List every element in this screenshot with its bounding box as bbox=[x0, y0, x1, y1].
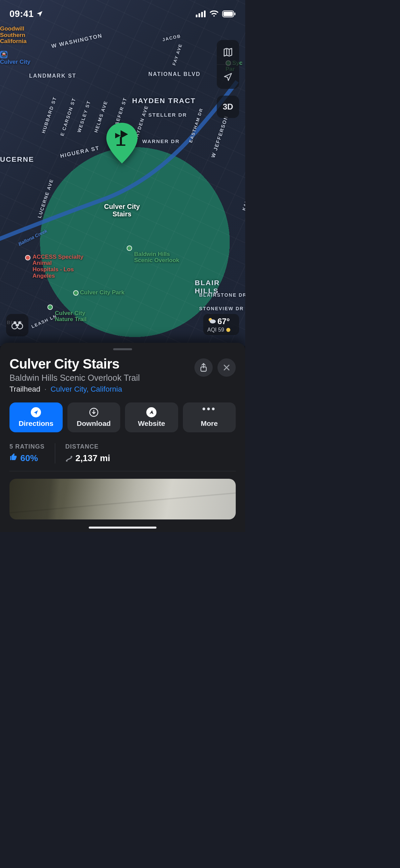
road-blairstone: BLAIRSTONE DR bbox=[199, 292, 245, 298]
binoculars-icon bbox=[12, 321, 23, 330]
svg-rect-12 bbox=[14, 321, 16, 324]
status-bar: 09:41 bbox=[0, 0, 245, 24]
road-warner-dr: WARNER DR bbox=[142, 138, 180, 144]
place-photo[interactable] bbox=[9, 479, 236, 519]
area-lucerne: UCERNE bbox=[0, 155, 34, 163]
location-services-icon bbox=[36, 10, 43, 18]
cellular-signal-icon bbox=[196, 11, 206, 17]
poi-baldwin-hills[interactable]: Baldwin Hills Scenic Overlook bbox=[134, 245, 179, 264]
toggle-3d-button[interactable]: 3D bbox=[217, 96, 239, 118]
aqi-indicator-dot bbox=[226, 328, 230, 332]
svg-rect-5 bbox=[224, 12, 233, 16]
weather-temp: 67° bbox=[217, 317, 230, 326]
weather-chip[interactable]: 67° AQI 59 bbox=[203, 314, 239, 335]
look-around-button[interactable] bbox=[6, 314, 28, 336]
svg-point-19 bbox=[70, 456, 72, 457]
road-stoneview: STONEVIEW DR bbox=[199, 306, 244, 311]
weather-aqi: AQI 59 bbox=[207, 327, 224, 333]
ratings-value: 60% bbox=[20, 453, 38, 463]
directions-icon bbox=[31, 407, 41, 417]
road-national-blvd: NATIONAL BLVD bbox=[148, 71, 201, 77]
stats-row: 5 RATINGS 60% DISTANCE 2,137 mi bbox=[9, 443, 236, 471]
thumbs-up-icon bbox=[9, 453, 18, 463]
directions-button[interactable]: Directions bbox=[9, 402, 63, 432]
battery-icon bbox=[222, 11, 236, 17]
svg-rect-2 bbox=[201, 12, 203, 17]
distance-value: 2,137 mi bbox=[76, 453, 110, 463]
svg-point-18 bbox=[66, 460, 67, 461]
route-icon bbox=[65, 455, 73, 462]
website-label: Website bbox=[138, 419, 165, 428]
more-icon: ••• bbox=[202, 407, 216, 417]
road-steller-dr: STELLER DR bbox=[148, 112, 187, 118]
svg-rect-8 bbox=[117, 144, 125, 146]
close-icon bbox=[223, 364, 230, 371]
svg-rect-13 bbox=[18, 321, 21, 324]
website-button[interactable]: Website bbox=[125, 402, 178, 432]
more-button[interactable]: ••• More bbox=[183, 402, 236, 432]
status-time: 09:41 bbox=[9, 9, 34, 19]
download-icon bbox=[89, 407, 99, 417]
share-icon bbox=[199, 363, 208, 372]
poi-access-vet[interactable]: ACCESS Specialty Animal Hospitals - Los … bbox=[33, 248, 83, 279]
share-button[interactable] bbox=[194, 358, 213, 377]
stat-ratings: 5 RATINGS 60% bbox=[9, 443, 55, 463]
download-label: Download bbox=[77, 419, 111, 428]
map-canvas[interactable]: HAYDEN TRACT BLAIR HILLS UCERNE NATIONAL… bbox=[0, 0, 245, 346]
svg-rect-7 bbox=[120, 137, 122, 145]
sheet-grabber[interactable] bbox=[113, 348, 132, 350]
download-button[interactable]: Download bbox=[67, 402, 121, 432]
place-card[interactable]: Culver City Stairs Baldwin Hills Scenic … bbox=[0, 343, 245, 532]
svg-rect-3 bbox=[204, 11, 206, 17]
svg-rect-6 bbox=[234, 13, 235, 15]
close-button[interactable] bbox=[217, 358, 236, 377]
place-location-link[interactable]: Culver City, California bbox=[50, 385, 122, 393]
map-mode-button[interactable] bbox=[217, 40, 239, 64]
svg-rect-0 bbox=[196, 15, 197, 17]
map-pin-label: Culver City Stairs bbox=[104, 203, 140, 218]
more-label: More bbox=[201, 419, 218, 428]
ratings-label: 5 RATINGS bbox=[9, 443, 45, 450]
poi-culver-city-station[interactable]: 🚇 Culver City bbox=[0, 51, 30, 65]
map-pin[interactable] bbox=[105, 123, 139, 163]
place-subtitle: Baldwin Hills Scenic Overlook Trail bbox=[9, 373, 194, 383]
place-title: Culver City Stairs bbox=[9, 356, 194, 372]
place-category: Trailhead bbox=[9, 385, 40, 393]
compass-icon bbox=[146, 407, 156, 417]
svg-rect-1 bbox=[198, 13, 200, 17]
map-controls bbox=[217, 40, 239, 89]
meta-separator: · bbox=[44, 385, 46, 393]
directions-label: Directions bbox=[19, 419, 54, 428]
locate-me-button[interactable] bbox=[217, 64, 239, 89]
stat-distance: DISTANCE 2,137 mi bbox=[55, 443, 121, 463]
wifi-icon bbox=[209, 11, 219, 17]
svg-rect-11 bbox=[16, 324, 19, 326]
poi-culver-city-nature-trail[interactable]: Culver City Nature Trail bbox=[55, 304, 87, 323]
area-hayden-tract: HAYDEN TRACT bbox=[132, 97, 196, 105]
poi-culver-city-park[interactable]: Culver City Park bbox=[73, 290, 124, 296]
weather-icon bbox=[207, 317, 216, 326]
svg-point-15 bbox=[210, 319, 216, 323]
distance-label: DISTANCE bbox=[65, 443, 110, 450]
road-landmark-st: LANDMARK ST bbox=[29, 73, 76, 79]
action-row: Directions Download Website ••• More bbox=[9, 402, 236, 432]
home-indicator[interactable] bbox=[89, 527, 156, 529]
poi-goodwill[interactable]: Goodwill Southern California bbox=[0, 26, 26, 45]
